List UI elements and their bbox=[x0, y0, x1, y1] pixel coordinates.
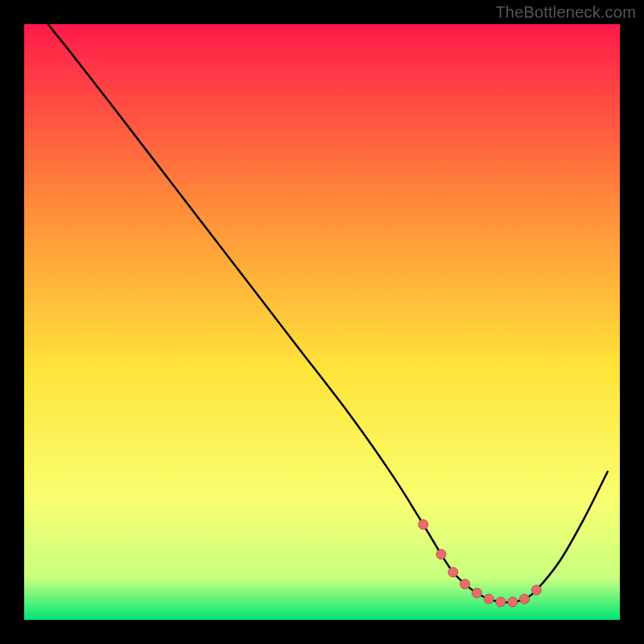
sweet-spot-dot bbox=[508, 597, 518, 607]
watermark-text: TheBottleneck.com bbox=[495, 3, 636, 22]
sweet-spot-dot bbox=[520, 594, 530, 604]
sweet-spot-dot bbox=[496, 597, 506, 607]
sweet-spot-dot bbox=[436, 550, 446, 559]
bottleneck-chart bbox=[0, 0, 644, 644]
plot-area bbox=[24, 24, 620, 620]
sweet-spot-dot bbox=[448, 568, 458, 577]
sweet-spot-dot bbox=[531, 585, 541, 595]
sweet-spot-dot bbox=[460, 580, 470, 589]
sweet-spot-dot bbox=[472, 588, 481, 598]
chart-container: { "watermark": "TheBottleneck.com", "col… bbox=[0, 0, 644, 644]
sweet-spot-dot bbox=[419, 520, 428, 530]
sweet-spot-dot bbox=[484, 594, 493, 604]
